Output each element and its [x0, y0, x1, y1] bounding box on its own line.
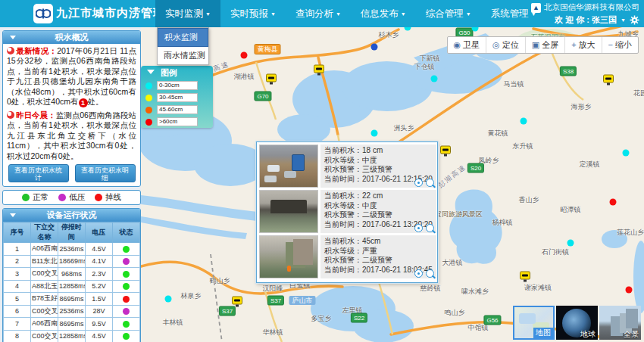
fullscreen-button[interactable]: ▣全屏 — [526, 37, 565, 53]
map-canvas[interactable]: 杉木乡九城乡石莲洞国家森林公园下新镇湖港镇下仓镇马当镇海形乡花园洲头乡黄花镇东升… — [141, 27, 644, 342]
map-place-label: 莲花山乡 — [617, 228, 644, 238]
video-preview-icon[interactable] — [414, 269, 423, 278]
status-dot — [95, 194, 102, 201]
history-detail-button[interactable]: 查看历史积水明细 — [75, 164, 136, 182]
legend-color-dot — [145, 95, 152, 101]
dropdown-item-1[interactable]: 积水监测 — [158, 28, 208, 47]
flood-warning-sign-marker[interactable] — [232, 297, 242, 305]
flood-site-photo[interactable] — [259, 145, 318, 188]
video-preview-icon[interactable] — [414, 224, 423, 232]
station-dot-marker-red[interactable] — [241, 52, 248, 59]
menu-item-4[interactable]: 信息发布▼ — [351, 0, 416, 27]
device-status-dot — [123, 308, 130, 315]
map-place-label: 鸣山乡 — [445, 308, 465, 318]
map-place-label: 海形乡 — [571, 102, 592, 112]
legend-color-dot — [145, 82, 152, 89]
map-legend-title: 图例 — [161, 68, 177, 77]
station-dot-marker-red[interactable] — [610, 199, 617, 206]
table-row[interactable]: 8C00交叉北口段12858ms4.5V — [4, 330, 140, 342]
station-dot-marker-cyan[interactable] — [567, 240, 574, 247]
fullscreen-icon: ▣ — [532, 41, 539, 49]
road-badge: 黄梅县 — [255, 44, 281, 54]
device-volt: 4.1V — [86, 255, 113, 268]
map-place-label: 马当镇 — [504, 79, 524, 89]
device-name: A06西南角路段 — [31, 243, 58, 256]
table-row[interactable]: 4A88北玉大口段12858ms5.2V — [4, 280, 140, 293]
alert-icon — [7, 47, 14, 54]
main-menu: 实时监测▼实时预报▼查询分析▼信息发布▼综合管理▼系统管理▼ — [155, 0, 546, 27]
dropdown-item-2[interactable]: 雨水情监测 — [158, 47, 208, 64]
zoom-out-button[interactable]: −缩小 — [602, 37, 638, 53]
flood-warning-sign-marker[interactable] — [440, 146, 451, 154]
table-row[interactable]: 7A06西南角路段8695ms9.5V — [4, 318, 140, 331]
device-name: A06西南角路段 — [31, 318, 58, 331]
menu-item-1[interactable]: 实时监测▼ — [155, 0, 220, 27]
control-label: 放大 — [579, 39, 596, 51]
map-place-label: 啸水滩乡 — [461, 287, 489, 297]
control-label: 卫星 — [463, 39, 480, 51]
map-place-label: 慈岭镇 — [420, 284, 441, 294]
device-time: 18669ms — [58, 255, 86, 268]
history-stats-button[interactable]: 查看历史积水统计 — [8, 164, 69, 182]
legend-color-dot — [145, 119, 152, 126]
zoom-in-button[interactable]: +放大 — [565, 37, 602, 53]
flood-site-photo[interactable] — [259, 190, 318, 233]
zoom-detail-icon[interactable] — [426, 224, 434, 232]
station-dot-marker-cyan[interactable] — [165, 296, 172, 303]
device-no: 1 — [4, 243, 31, 256]
map-controls: ◉卫星◎定位▣全屏+放大−缩小 — [447, 36, 639, 54]
zoom-detail-icon[interactable] — [426, 179, 434, 187]
station-dot-marker-cyan[interactable] — [371, 130, 378, 137]
table-row[interactable]: 1A06西南角路段2536ms4.5V — [4, 243, 140, 256]
station-dot-marker-cyan[interactable] — [431, 76, 438, 82]
device-name: C00交叉北口段 — [31, 305, 58, 318]
flood-warning-sign-marker[interactable] — [520, 272, 530, 280]
locate-button[interactable]: ◎定位 — [486, 37, 526, 53]
view-tab-1[interactable]: 地图 — [513, 306, 555, 340]
flood-warning-sign-marker[interactable] — [603, 75, 614, 83]
table-row[interactable]: 5B78玉好大楼段8695ms1.5V — [4, 293, 140, 306]
flood-warning-sign-marker[interactable] — [314, 65, 324, 73]
video-preview-icon[interactable] — [414, 179, 423, 187]
user-menu[interactable]: 欢 迎 你 : 张三国 ▼ — [531, 14, 639, 26]
device-status — [113, 243, 140, 256]
status-dot — [22, 194, 30, 201]
flood-warning-sign-marker[interactable] — [266, 74, 277, 82]
station-dot-marker-cyan[interactable] — [521, 118, 527, 125]
station-dot-marker-red[interactable] — [626, 287, 633, 294]
view-tab-3[interactable]: 全景 — [599, 306, 641, 340]
menu-item-label: 综合管理 — [426, 8, 464, 20]
settings-gear-icon[interactable] — [630, 15, 639, 25]
device-time: 8695ms — [58, 318, 86, 331]
map-place-label: 香山乡 — [519, 195, 539, 205]
table-row[interactable]: 3C00交叉北口段968ms2.3V — [4, 268, 140, 281]
device-status-title: 设备运行状况 — [47, 210, 97, 219]
menu-item-2[interactable]: 实时预报▼ — [220, 0, 286, 27]
device-name: A88北玉大口段 — [31, 280, 58, 293]
device-volt: 5.2V — [86, 280, 113, 293]
chevron-down-icon: ▼ — [336, 11, 341, 17]
device-time: 12858ms — [58, 280, 86, 293]
device-status-header[interactable]: 设备运行状况 — [3, 209, 140, 222]
zoom-detail-icon[interactable] — [426, 269, 434, 278]
flood-warning-line: 积水预警：二级预警 — [324, 256, 433, 266]
water-overview-header[interactable]: 积水概况 — [3, 31, 140, 44]
device-column-header: 电压 — [86, 222, 113, 243]
table-row[interactable]: 2B11东北路口段18669ms4.1V — [4, 255, 140, 268]
company-name: 北京国信华源科技有限公司 — [544, 2, 639, 13]
device-status-dot — [123, 246, 130, 253]
yesterday-status-paragraph: 昨日今晨：监测点06西南角路段站点，当前有1处积水，积水最深点位九江县东北角立交… — [7, 110, 136, 161]
flood-info-popup: 当前积水：18 cm积水等级：中度积水预警：三级预警当前时间：2017-06-2… — [256, 141, 438, 283]
menu-item-5[interactable]: 综合管理▼ — [416, 0, 481, 27]
menu-item-3[interactable]: 查询分析▼ — [286, 0, 351, 27]
map-place-label: 鹤山乡 — [210, 276, 230, 286]
device-no: 6 — [4, 305, 31, 318]
view-tab-2[interactable]: 地球 — [556, 306, 598, 340]
station-dot-marker-cyan[interactable] — [623, 150, 630, 157]
table-row[interactable]: 6C00交叉北口段2536ms28V — [4, 305, 140, 318]
map-legend-header[interactable]: 图例 — [141, 67, 213, 79]
water-overview-panel: 积水概况 最新情况：2017年06月21日 11点15分32秒，监测点06西南角… — [2, 30, 141, 187]
station-dot-marker-blue[interactable] — [371, 44, 378, 51]
flood-site-photo[interactable] — [259, 235, 318, 278]
satellite-button[interactable]: ◉卫星 — [448, 37, 487, 53]
